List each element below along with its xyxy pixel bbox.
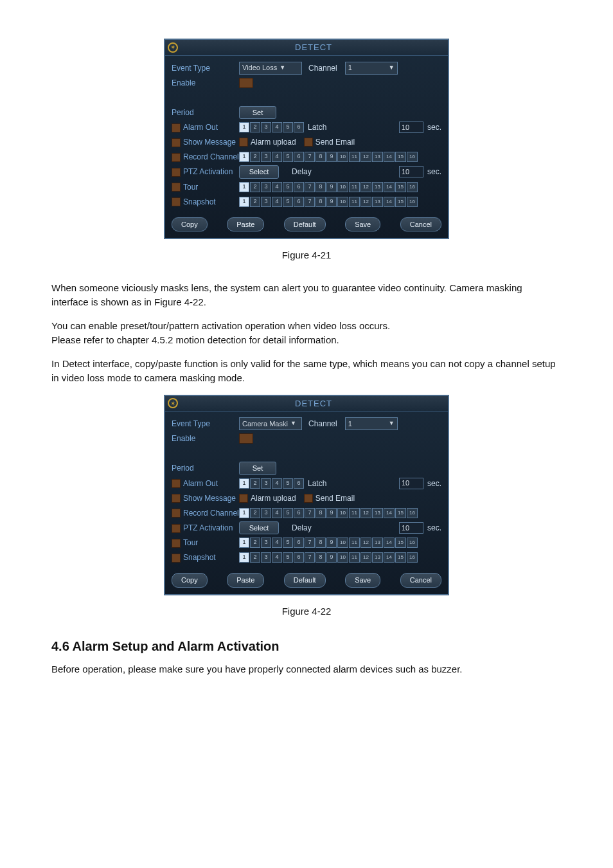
chevron-down-icon: ▼ (280, 64, 285, 73)
cancel-button[interactable]: Cancel (400, 573, 441, 588)
tour-checkbox[interactable] (172, 183, 181, 192)
send-email-checkbox[interactable] (304, 494, 313, 503)
tour-channels[interactable]: 12345678910111213141516 (239, 538, 418, 548)
delay-unit: sec. (427, 166, 441, 177)
alarm-upload-checkbox[interactable] (239, 138, 248, 147)
record-channels[interactable]: 12345678910111213141516 (239, 152, 418, 162)
delay-unit: sec. (427, 522, 441, 534)
show-message-checkbox[interactable] (172, 138, 181, 147)
period-label: Period (172, 107, 239, 118)
body-paragraph-2b: Please refer to chapter 4.5.2 motion det… (51, 333, 562, 348)
title-bar: ✶ DETECT (165, 40, 448, 56)
snapshot-label: Snapshot (172, 196, 239, 208)
detect-panel-figure1: ✶ DETECT Event Type Video Loss▼ Channel … (164, 39, 449, 239)
body-paragraph-1: When someone viciously masks lens, the s… (51, 281, 562, 310)
alarm-out-checkbox[interactable] (172, 479, 181, 488)
event-type-dropdown[interactable]: Video Loss▼ (239, 62, 302, 75)
record-channel-checkbox[interactable] (172, 153, 181, 162)
send-email-label: Send Email (315, 136, 355, 148)
default-button[interactable]: Default (284, 217, 326, 232)
copy-button[interactable]: Copy (172, 217, 208, 232)
tour-channels[interactable]: 12345678910111213141516 (239, 182, 418, 192)
detect-panel-figure2: ✶ DETECT Event Type Camera Maski▼ Channe… (164, 395, 449, 595)
figure1-caption: Figure 4-21 (51, 248, 562, 263)
tour-label: Tour (172, 181, 239, 193)
delay-input[interactable]: 10 (399, 522, 423, 534)
show-message-checkbox[interactable] (172, 494, 181, 503)
save-button[interactable]: Save (345, 217, 380, 232)
record-channel-checkbox[interactable] (172, 509, 181, 518)
body-paragraph-2a: You can enable preset/tour/pattern activ… (51, 319, 562, 334)
set-button[interactable]: Set (239, 462, 276, 475)
chevron-down-icon: ▼ (389, 64, 395, 73)
delay-label: Delay (292, 166, 312, 177)
body-paragraph-3: In Detect interface, copy/paste function… (51, 357, 562, 386)
section-paragraph: Before operation, please make sure you h… (51, 662, 562, 677)
latch-input[interactable]: 10 (399, 122, 423, 133)
channel-dropdown[interactable]: 1▼ (345, 62, 398, 75)
person-icon: ✶ (168, 42, 178, 53)
delay-label: Delay (292, 522, 312, 534)
ptz-checkbox[interactable] (172, 168, 181, 177)
latch-unit: sec. (427, 122, 441, 133)
delay-input[interactable]: 10 (399, 166, 423, 177)
enable-checkbox[interactable] (239, 433, 253, 444)
period-label: Period (172, 462, 239, 474)
record-channel-label: Record Channel (172, 507, 239, 519)
alarm-upload-label: Alarm upload (251, 493, 296, 504)
event-type-label: Event Type (172, 418, 239, 429)
tour-checkbox[interactable] (172, 539, 181, 548)
show-message-label: Show Message (172, 136, 239, 148)
enable-label: Enable (172, 77, 239, 89)
ptz-checkbox[interactable] (172, 524, 181, 533)
show-message-label: Show Message (172, 493, 239, 504)
figure2-caption: Figure 4-22 (51, 604, 562, 619)
snapshot-label: Snapshot (172, 552, 239, 563)
person-icon: ✶ (168, 398, 178, 408)
alarm-out-checkbox[interactable] (172, 123, 181, 132)
tour-label: Tour (172, 537, 239, 548)
paste-button[interactable]: Paste (227, 217, 264, 232)
copy-button[interactable]: Copy (172, 573, 208, 588)
send-email-label: Send Email (315, 493, 355, 504)
latch-unit: sec. (427, 478, 441, 489)
title-bar: ✶ DETECT (165, 396, 448, 412)
event-type-dropdown[interactable]: Camera Maski▼ (239, 417, 302, 430)
panel-title: DETECT (182, 397, 445, 410)
channel-dropdown[interactable]: 1▼ (345, 417, 398, 430)
alarm-out-channels[interactable]: 123456 (239, 122, 304, 132)
snapshot-checkbox[interactable] (172, 197, 181, 206)
paste-button[interactable]: Paste (227, 573, 264, 588)
panel-title: DETECT (182, 41, 445, 54)
alarm-upload-label: Alarm upload (251, 136, 296, 148)
channel-label: Channel (308, 418, 337, 429)
alarm-out-label: Alarm Out (172, 478, 239, 489)
alarm-upload-checkbox[interactable] (239, 494, 248, 503)
record-channels[interactable]: 12345678910111213141516 (239, 508, 418, 518)
enable-label: Enable (172, 433, 239, 444)
alarm-out-channels[interactable]: 123456 (239, 478, 304, 489)
latch-input[interactable]: 10 (399, 478, 423, 489)
ptz-activation-label: PTZ Activation (172, 522, 239, 534)
latch-label: Latch (308, 478, 326, 489)
event-type-label: Event Type (172, 62, 239, 74)
cancel-button[interactable]: Cancel (400, 217, 441, 232)
alarm-out-label: Alarm Out (172, 122, 239, 133)
snapshot-channels[interactable]: 12345678910111213141516 (239, 197, 418, 207)
save-button[interactable]: Save (345, 573, 380, 588)
chevron-down-icon: ▼ (290, 419, 296, 428)
channel-label: Channel (308, 62, 337, 74)
ptz-select-button[interactable]: Select (239, 165, 279, 179)
record-channel-label: Record Channel (172, 151, 239, 163)
snapshot-channels[interactable]: 12345678910111213141516 (239, 552, 418, 563)
ptz-activation-label: PTZ Activation (172, 166, 239, 177)
ptz-select-button[interactable]: Select (239, 521, 279, 535)
snapshot-checkbox[interactable] (172, 554, 181, 563)
chevron-down-icon: ▼ (389, 419, 395, 428)
enable-checkbox[interactable] (239, 78, 253, 88)
section-heading: 4.6 Alarm Setup and Alarm Activation (51, 637, 562, 656)
latch-label: Latch (308, 122, 326, 133)
send-email-checkbox[interactable] (304, 138, 313, 147)
default-button[interactable]: Default (284, 573, 326, 588)
set-button[interactable]: Set (239, 106, 276, 120)
